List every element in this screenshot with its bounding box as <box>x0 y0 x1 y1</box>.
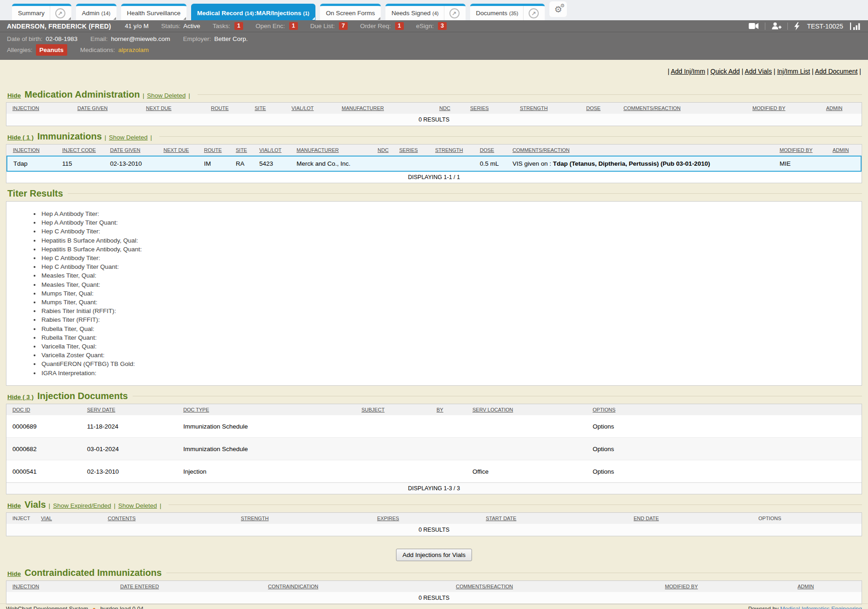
column-header[interactable]: DATE GIVEN <box>104 145 157 156</box>
options-link[interactable]: Options <box>593 468 614 475</box>
column-header[interactable]: DATE ENTERED <box>114 581 262 592</box>
column-header[interactable]: NDC <box>433 103 464 114</box>
column-header[interactable]: STRENGTH <box>235 513 371 524</box>
add-document-link[interactable]: Add Document <box>815 68 858 75</box>
tasks-count-badge[interactable]: 1 <box>234 22 243 30</box>
column-header[interactable]: DOC TYPE <box>177 404 355 415</box>
document-row[interactable]: 0000682 03-01-2024 Immunization Schedule… <box>6 438 862 460</box>
video-camera-icon[interactable] <box>749 23 759 29</box>
medication-value[interactable]: alprazolam <box>118 45 149 55</box>
contraindicated-table: INJECTION DATE ENTERED CONTRAINDICATION … <box>6 581 862 604</box>
popout-icon[interactable]: ↗ <box>55 8 65 18</box>
popout-icon[interactable]: ↗ <box>449 8 460 18</box>
order-req-count-badge[interactable]: 1 <box>395 22 404 30</box>
column-header[interactable]: MODIFIED BY <box>774 145 827 156</box>
column-header[interactable]: ADMIN <box>820 103 862 114</box>
column-header[interactable]: ROUTE <box>198 145 230 156</box>
column-header[interactable]: STRENGTH <box>429 145 474 156</box>
column-header[interactable]: START DATE <box>480 513 628 524</box>
column-header[interactable]: CONTRAINDICATION <box>262 581 450 592</box>
bar-chart-icon[interactable] <box>850 23 861 30</box>
options-link[interactable]: Options <box>593 446 614 452</box>
hide-contraindicated-link[interactable]: Hide <box>7 570 21 577</box>
hide-injection-documents-link[interactable]: Hide ( 3 ) <box>7 394 34 400</box>
hide-medication-administration-link[interactable]: Hide <box>7 92 21 99</box>
column-header[interactable]: SUBJECT <box>355 404 431 415</box>
column-header[interactable]: INJECTION <box>7 145 56 156</box>
open-enc-count-badge[interactable]: 1 <box>289 22 298 30</box>
column-header[interactable]: CONTENTS <box>102 513 235 524</box>
hide-immunizations-link[interactable]: Hide ( 1 ) <box>7 134 34 141</box>
column-header[interactable]: MODIFIED BY <box>659 581 792 592</box>
column-header[interactable]: EXPIRES <box>371 513 480 524</box>
document-row[interactable]: 0000541 02-13-2010 Injection Office Opti… <box>6 460 862 483</box>
show-deleted-link[interactable]: Show Deleted <box>109 134 148 141</box>
column-header[interactable]: ADMIN <box>792 581 862 592</box>
footer-system-name: WebChart Development System <box>6 606 88 609</box>
show-deleted-link[interactable]: Show Deleted <box>118 502 157 509</box>
column-header[interactable]: SERIES <box>464 103 514 114</box>
column-header[interactable]: SITE <box>230 145 253 156</box>
column-header[interactable]: SERIES <box>393 145 429 156</box>
tab-documents-count: (35) <box>509 11 518 16</box>
tab-health-surveillance[interactable]: Health Surveillance <box>121 4 186 20</box>
column-header[interactable]: COMMENTS/REACTION <box>507 145 774 156</box>
add-inj-imm-link[interactable]: Add Inj/Imm <box>671 68 705 75</box>
titer-item: IGRA Interpretation: <box>41 369 862 377</box>
column-header[interactable]: ADMIN <box>827 145 861 156</box>
column-header[interactable]: DOC ID <box>6 404 81 415</box>
footer-powered-link[interactable]: Medical Informatics Engineering <box>780 606 862 609</box>
column-header[interactable]: SERV LOCATION <box>466 404 587 415</box>
lightning-bolt-icon[interactable] <box>794 22 800 30</box>
inj-imm-list-link[interactable]: Inj/Imm List <box>777 68 810 75</box>
due-list-count-badge[interactable]: 7 <box>339 22 348 30</box>
hide-vials-link[interactable]: Hide <box>7 502 21 509</box>
column-header[interactable]: END DATE <box>628 513 752 524</box>
tab-health-surveillance-label: Health Surveillance <box>127 10 181 17</box>
column-header[interactable]: DATE GIVEN <box>71 103 140 114</box>
popout-icon[interactable]: ↗ <box>529 8 539 18</box>
column-header[interactable]: DOSE <box>474 145 507 156</box>
column-header[interactable]: INJECT CODE <box>56 145 104 156</box>
column-header[interactable]: SITE <box>249 103 285 114</box>
column-header[interactable]: VIAL/LOT <box>253 145 291 156</box>
table-header-row: INJECTION DATE GIVEN NEXT DUE ROUTE SITE… <box>6 103 862 114</box>
column-header[interactable]: ROUTE <box>205 103 249 114</box>
tab-documents[interactable]: Documents (35) ↗ <box>470 4 545 20</box>
column-header[interactable]: VIAL/LOT <box>285 103 336 114</box>
tab-medical-record[interactable]: Medical Record (14) :MAR/Injections (1) <box>191 4 315 20</box>
column-header[interactable]: NEXT DUE <box>157 145 198 156</box>
column-header[interactable]: STRENGTH <box>514 103 580 114</box>
esign-count-badge[interactable]: 3 <box>438 22 447 30</box>
settings-gear-icon[interactable]: ⚙ ⚙ <box>549 1 567 17</box>
allergy-badge[interactable]: Peanuts <box>36 44 68 56</box>
column-header[interactable]: INJECTION <box>6 581 114 592</box>
column-header[interactable]: BY <box>431 404 466 415</box>
show-deleted-link[interactable]: Show Deleted <box>147 92 186 99</box>
add-person-icon[interactable] <box>771 22 781 30</box>
add-vials-link[interactable]: Add Vials <box>745 68 772 75</box>
tab-summary[interactable]: Summary ↗ <box>12 4 71 20</box>
column-header[interactable]: OPTIONS <box>587 404 862 415</box>
document-row[interactable]: 0000689 11-18-2024 Immunization Schedule… <box>6 415 862 438</box>
options-link[interactable]: Options <box>593 423 614 430</box>
tab-needs-signed[interactable]: Needs Signed (4) ↗ <box>385 4 465 20</box>
column-header[interactable]: INJECTION <box>6 103 71 114</box>
column-header[interactable]: SERV DATE <box>81 404 177 415</box>
column-header[interactable]: DOSE <box>580 103 618 114</box>
column-header[interactable]: MANUFACTURER <box>336 103 433 114</box>
add-injections-for-vials-button[interactable]: Add Injections for Vials <box>396 549 472 561</box>
show-expired-ended-link[interactable]: Show Expired/Ended <box>53 502 111 509</box>
immunization-row[interactable]: Tdap 115 02-13-2010 IM RA 5423 Merck and… <box>7 156 861 171</box>
tab-admin[interactable]: Admin (14) <box>76 4 117 20</box>
cell-serv-date: 03-01-2024 <box>81 438 177 460</box>
column-header[interactable]: COMMENTS/REACTION <box>618 103 746 114</box>
column-header[interactable]: MANUFACTURER <box>291 145 372 156</box>
column-header[interactable]: NEXT DUE <box>140 103 205 114</box>
column-header[interactable]: NDC <box>372 145 393 156</box>
column-header[interactable]: COMMENTS/REACTION <box>450 581 659 592</box>
tab-on-screen-forms[interactable]: On Screen Forms <box>320 4 381 20</box>
column-header[interactable]: VIAL <box>35 513 102 524</box>
column-header[interactable]: MODIFIED BY <box>746 103 820 114</box>
quick-add-link[interactable]: Quick Add <box>711 68 740 75</box>
